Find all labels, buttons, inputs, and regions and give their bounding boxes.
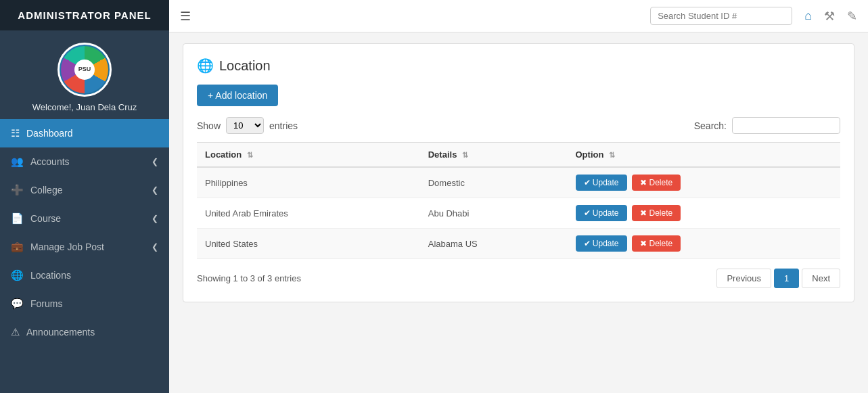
sort-icon-location: ⇅: [247, 151, 253, 159]
show-label: Show: [197, 120, 221, 131]
grid-icon: ☷: [11, 127, 20, 139]
add-location-button[interactable]: + Add location: [197, 85, 278, 106]
sidebar-label-college: College: [30, 185, 62, 195]
avatar: PSU: [58, 43, 112, 97]
users-icon: 👥: [11, 156, 24, 168]
chevron-right-icon-jobs: ❮: [152, 242, 158, 252]
pencil-icon[interactable]: ✎: [847, 9, 857, 24]
sidebar-label-accounts: Accounts: [30, 156, 70, 167]
sidebar-item-college[interactable]: ➕ College ❮: [0, 176, 169, 204]
table-row: United Arab Emirates Abu Dhabi ✔ Update …: [197, 198, 840, 229]
chevron-right-icon-course: ❮: [152, 214, 158, 223]
sidebar: ADMINISTRATOR PANEL PSU Welcome!, Juan D…: [0, 0, 169, 393]
cell-details: Abu Dhabi: [420, 198, 568, 229]
delete-button[interactable]: ✖ Delete: [632, 235, 681, 252]
update-button[interactable]: ✔ Update: [576, 235, 627, 252]
page-title: 🌐 Location: [197, 57, 840, 74]
col-details[interactable]: Details ⇅: [420, 143, 568, 168]
update-button[interactable]: ✔ Update: [576, 175, 627, 191]
col-location[interactable]: Location ⇅: [197, 143, 420, 168]
cell-location: United Arab Emirates: [197, 198, 420, 229]
sidebar-item-course[interactable]: 📄 Course ❮: [0, 204, 169, 233]
sidebar-item-announcements[interactable]: ⚠ Announcements: [0, 318, 169, 346]
topbar: ☰ ⌂ ⚒ ✎: [169, 0, 868, 32]
sort-icon-details: ⇅: [462, 151, 468, 159]
sidebar-item-forums[interactable]: 💬 Forums: [0, 290, 169, 318]
col-option[interactable]: Option ⇅: [568, 143, 841, 168]
home-icon[interactable]: ⌂: [804, 9, 812, 23]
table-row: United States Alabama US ✔ Update ✖ Dele…: [197, 229, 840, 259]
sidebar-label-announcements: Announcements: [26, 327, 95, 338]
entries-select[interactable]: 10 25 50 100: [226, 117, 264, 134]
sidebar-item-dashboard[interactable]: ☷ Dashboard: [0, 119, 169, 147]
cell-option: ✔ Update ✖ Delete: [568, 198, 841, 229]
search-box: Search:: [694, 117, 840, 134]
location-table: Location ⇅ Details ⇅ Option ⇅: [197, 142, 840, 259]
briefcase-icon: 💼: [11, 241, 24, 253]
sidebar-label-dashboard: Dashboard: [26, 128, 73, 139]
showing-text: Showing 1 to 3 of 3 entries: [197, 273, 301, 283]
delete-button[interactable]: ✖ Delete: [632, 205, 681, 221]
update-button[interactable]: ✔ Update: [576, 205, 627, 221]
sidebar-avatar-section: PSU Welcome!, Juan Dela Cruz: [0, 30, 169, 119]
pagination-buttons: Previous 1 Next: [716, 269, 840, 288]
next-button[interactable]: Next: [802, 269, 840, 288]
sidebar-label-course: Course: [30, 213, 61, 224]
chevron-right-icon-college: ❮: [152, 185, 158, 195]
page-body: 🌐 Location + Add location Show 10 25 50 …: [169, 32, 868, 393]
sidebar-item-manage-job-post[interactable]: 💼 Manage Job Post ❮: [0, 233, 169, 261]
cell-option: ✔ Update ✖ Delete: [568, 229, 841, 259]
wrench-icon[interactable]: ⚒: [824, 9, 835, 24]
table-header: Location ⇅ Details ⇅ Option ⇅: [197, 143, 840, 168]
chevron-right-icon: ❮: [152, 157, 158, 166]
avatar-ring: PSU: [61, 46, 108, 93]
location-card: 🌐 Location + Add location Show 10 25 50 …: [183, 43, 854, 302]
table-search-input[interactable]: [732, 117, 840, 134]
cell-details: Domestic: [420, 167, 568, 198]
globe-icon: 🌐: [11, 269, 24, 281]
sidebar-label-locations: Locations: [30, 270, 71, 281]
welcome-message: Welcome!, Juan Dela Cruz: [32, 102, 137, 112]
page-title-text: Location: [219, 58, 271, 74]
table-controls: Show 10 25 50 100 entries Search:: [197, 117, 840, 134]
hamburger-icon[interactable]: ☰: [180, 9, 191, 24]
table-body: Philippines Domestic ✔ Update ✖ Delete U…: [197, 167, 840, 259]
comment-icon: 💬: [11, 298, 24, 310]
search-input[interactable]: [650, 7, 792, 25]
sidebar-item-accounts[interactable]: 👥 Accounts ❮: [0, 147, 169, 176]
cell-option: ✔ Update ✖ Delete: [568, 167, 841, 198]
avatar-initials: PSU: [74, 60, 95, 80]
warning-icon: ⚠: [11, 326, 20, 338]
main-content: ☰ ⌂ ⚒ ✎ 🌐 Location + Add location Show 1…: [169, 0, 868, 393]
sidebar-item-locations[interactable]: 🌐 Locations: [0, 261, 169, 290]
cell-details: Alabama US: [420, 229, 568, 259]
sidebar-label-forums: Forums: [30, 298, 62, 309]
file-icon: 📄: [11, 212, 24, 225]
plus-icon: ➕: [11, 184, 24, 196]
previous-button[interactable]: Previous: [716, 269, 771, 288]
pagination-row: Showing 1 to 3 of 3 entries Previous 1 N…: [197, 269, 840, 288]
globe-title-icon: 🌐: [197, 57, 214, 74]
delete-button[interactable]: ✖ Delete: [632, 175, 681, 191]
cell-location: Philippines: [197, 167, 420, 198]
sort-icon-option: ⇅: [609, 151, 615, 159]
sidebar-header: ADMINISTRATOR PANEL: [0, 0, 169, 30]
cell-location: United States: [197, 229, 420, 259]
show-entries-control: Show 10 25 50 100 entries: [197, 117, 298, 134]
sidebar-label-manage-job-post: Manage Job Post: [30, 241, 104, 252]
entries-label: entries: [269, 120, 298, 131]
search-label: Search:: [694, 120, 727, 131]
page-1-button[interactable]: 1: [774, 269, 799, 288]
table-row: Philippines Domestic ✔ Update ✖ Delete: [197, 167, 840, 198]
